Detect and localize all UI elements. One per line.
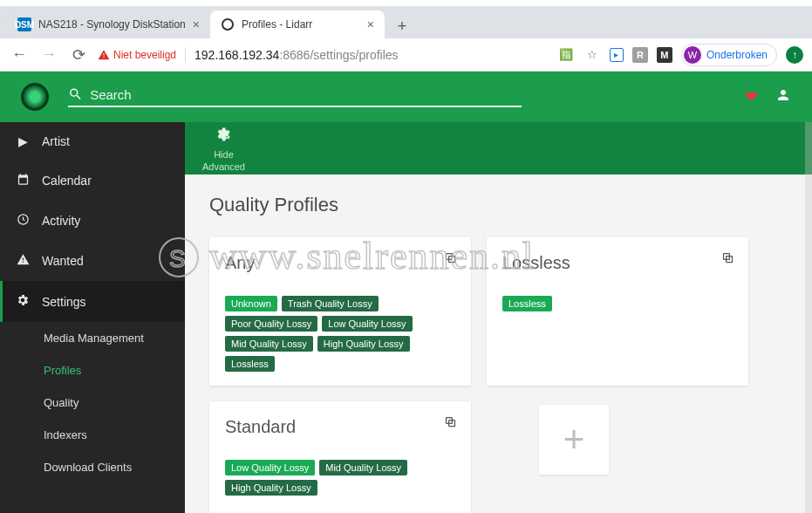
url-display[interactable]: 192.168.192.34:8686/settings/profiles <box>194 48 399 62</box>
card-title: Any <box>225 253 455 273</box>
back-button[interactable]: ← <box>9 44 30 65</box>
card-title: Lossless <box>502 253 733 273</box>
divider <box>185 47 186 63</box>
browser-tab[interactable]: Profiles - Lidarr × <box>210 10 385 38</box>
search-field[interactable] <box>68 86 522 107</box>
address-bar: ← → ⟳ Niet beveiligd 192.168.192.34:8686… <box>0 38 812 72</box>
sidebar-item-calendar[interactable]: Calendar <box>0 161 185 201</box>
tag-list: UnknownTrash Quality LossyPoor Quality L… <box>225 296 455 372</box>
main-layout: ▶ Artist Calendar Activity Wanted Sett <box>0 122 812 513</box>
plus-icon: + <box>563 419 585 461</box>
sidebar-item-label: Activity <box>42 214 80 228</box>
section-title: Quality Profiles <box>209 194 788 216</box>
tab-close-icon[interactable]: × <box>367 17 374 31</box>
lidarr-logo-icon[interactable] <box>21 83 49 111</box>
hide-advanced-button[interactable]: Hide Advanced <box>202 126 245 172</box>
sidebar-item-label: Wanted <box>42 254 84 268</box>
calendar-icon <box>16 173 30 188</box>
sidebar-sub-quality[interactable]: Quality <box>0 386 185 419</box>
security-label: Niet beveiligd <box>113 49 176 61</box>
toolbar-label: Hide <box>214 149 234 160</box>
quality-tag: Poor Quality Lossy <box>225 316 317 332</box>
sidebar-item-settings[interactable]: Settings <box>0 281 185 322</box>
profile-chip[interactable]: W Onderbroken <box>681 44 777 66</box>
sidebar-item-activity[interactable]: Activity <box>0 201 185 241</box>
search-icon <box>68 86 83 102</box>
forward-button[interactable]: → <box>38 44 59 65</box>
extension-icon[interactable]: ▸ <box>610 48 624 62</box>
browser-tab-strip: DSM NAS218 - Synology DiskStation × Prof… <box>0 7 812 38</box>
lidarr-favicon-icon <box>221 17 235 31</box>
scrollbar[interactable] <box>805 122 812 513</box>
translate-icon[interactable]: 🈯 <box>557 46 575 64</box>
page-toolbar: Hide Advanced <box>185 122 812 174</box>
tab-close-icon[interactable]: × <box>193 17 200 31</box>
toolbar-right: 🈯 ☆ ▸ R M W Onderbroken ↑ <box>557 44 803 66</box>
quality-tag: Unknown <box>225 296 277 311</box>
quality-tag: Mid Quality Lossy <box>225 336 313 352</box>
gear-check-icon <box>215 126 232 147</box>
url-path: /settings/profiles <box>310 48 398 62</box>
search-input[interactable] <box>90 87 522 102</box>
tab-title: Profiles - Lidarr <box>242 18 312 31</box>
user-icon[interactable] <box>775 87 791 107</box>
toolbar-label: Advanced <box>202 161 245 172</box>
tag-list: Low Quality LossyMid Quality LossyHigh Q… <box>225 460 455 496</box>
content-area: Hide Advanced Quality Profiles AnyUnknow… <box>185 122 812 513</box>
clone-icon[interactable] <box>444 251 457 268</box>
tab-title: NAS218 - Synology DiskStation <box>38 18 186 31</box>
new-tab-button[interactable]: + <box>390 14 414 38</box>
avatar: W <box>684 46 701 64</box>
heart-icon[interactable]: ❤ <box>745 87 758 106</box>
sidebar-item-label: Settings <box>42 295 86 309</box>
quality-profile-card[interactable]: AnyUnknownTrash Quality LossyPoor Qualit… <box>209 237 471 386</box>
sidebar-sub-profiles[interactable]: Profiles <box>0 354 185 386</box>
quality-profile-card[interactable]: LosslessLossless <box>487 237 748 386</box>
add-profile-button[interactable]: + <box>539 405 609 475</box>
clock-icon <box>16 213 30 229</box>
sidebar-item-wanted[interactable]: Wanted <box>0 241 185 281</box>
tag-list: Lossless <box>502 296 733 311</box>
card-title: Standard <box>225 417 455 437</box>
quality-tag: Low Quality Lossy <box>322 316 412 332</box>
quality-tag: Low Quality Lossy <box>225 460 315 475</box>
quality-tag: High Quality Lossy <box>225 480 317 496</box>
sidebar-sub-media-management[interactable]: Media Management <box>0 322 185 354</box>
sidebar-sub-download-clients[interactable]: Download Clients <box>0 451 185 483</box>
dsm-favicon-icon: DSM <box>17 17 31 31</box>
star-icon[interactable]: ☆ <box>583 46 601 64</box>
quality-profile-card[interactable]: StandardLow Quality LossyMid Quality Los… <box>209 401 471 513</box>
security-indicator[interactable]: Niet beveiligd <box>98 49 176 61</box>
url-host: 192.168.192.34 <box>194 48 279 62</box>
clone-icon[interactable] <box>721 251 734 268</box>
window-titlebar <box>0 0 812 7</box>
reload-button[interactable]: ⟳ <box>68 44 89 65</box>
sidebar-sub-indexers[interactable]: Indexers <box>0 419 185 451</box>
clone-icon[interactable] <box>444 415 457 432</box>
sidebar: ▶ Artist Calendar Activity Wanted Sett <box>0 122 185 513</box>
sidebar-item-label: Calendar <box>42 174 92 188</box>
cards-grid: AnyUnknownTrash Quality LossyPoor Qualit… <box>209 237 788 513</box>
quality-tag: High Quality Lossy <box>317 336 410 352</box>
extension-r-icon[interactable]: R <box>632 47 648 63</box>
warning-icon <box>16 253 30 269</box>
quality-tag: Trash Quality Lossy <box>282 296 379 311</box>
quality-tag: Lossless <box>502 296 552 311</box>
gear-icon <box>16 293 30 310</box>
sidebar-item-artist[interactable]: ▶ Artist <box>0 122 185 161</box>
extension-m-icon[interactable]: M <box>657 47 672 63</box>
warning-icon <box>98 49 110 61</box>
browser-tab[interactable]: DSM NAS218 - Synology DiskStation × <box>7 10 210 38</box>
quality-tag: Lossless <box>225 356 275 372</box>
quality-tag: Mid Quality Lossy <box>319 460 407 475</box>
profile-label: Onderbroken <box>706 49 768 61</box>
app-header: ❤ <box>0 72 812 122</box>
play-icon: ▶ <box>16 134 30 148</box>
url-port: :8686 <box>279 48 310 62</box>
update-icon[interactable]: ↑ <box>786 46 803 64</box>
content-scroll[interactable]: Quality Profiles AnyUnknownTrash Quality… <box>185 174 812 513</box>
sidebar-item-label: Artist <box>42 134 70 148</box>
